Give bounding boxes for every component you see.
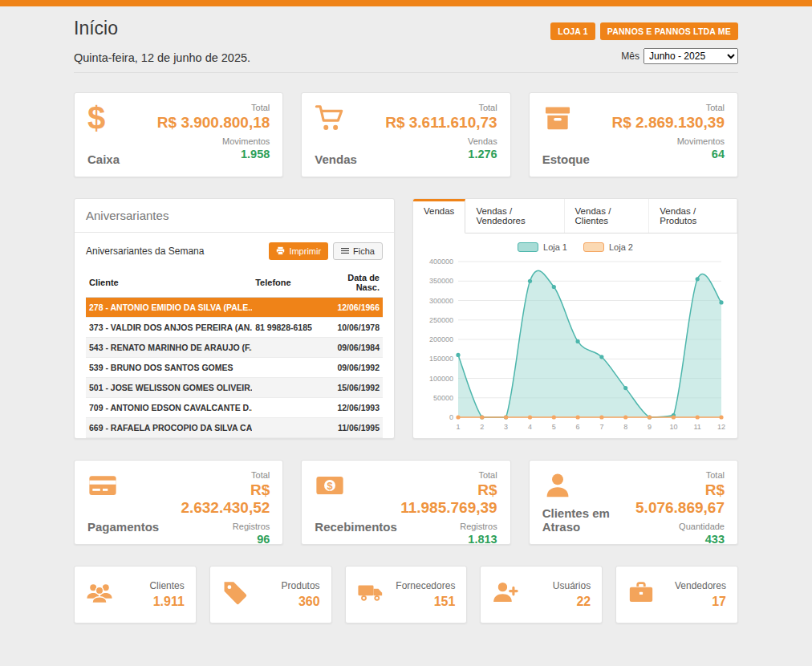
svg-text:5: 5 bbox=[552, 423, 556, 431]
svg-text:100000: 100000 bbox=[429, 375, 453, 383]
chart-legend: Loja 1 Loja 2 bbox=[413, 234, 737, 254]
total-value: R$ 5.076.869,67 bbox=[631, 481, 725, 517]
tab-vendas-clientes[interactable]: Vendas / Clientes bbox=[565, 199, 650, 233]
cell-telefone bbox=[252, 338, 329, 358]
cell-nasc: 12/06/1966 bbox=[329, 298, 383, 318]
cell-nasc: 11/06/1995 bbox=[329, 418, 383, 438]
clientes-count-card: Clientes 1.911 bbox=[74, 566, 197, 623]
cell-cliente: 278 - ANTONIO EMIDIO DA SILVA (PALE... bbox=[86, 298, 252, 318]
table-row[interactable]: 543 - RENATO MARINHO DE ARAUJO (F...09/0… bbox=[86, 338, 383, 358]
person-icon bbox=[542, 470, 574, 502]
month-select[interactable]: Junho - 2025 bbox=[644, 48, 738, 64]
cell-cliente: 539 - BRUNO DOS SANTOS GOMES bbox=[86, 358, 252, 378]
svg-text:4: 4 bbox=[528, 423, 532, 431]
company-button[interactable]: PANNOS E PANNOS LTDA ME bbox=[600, 22, 738, 40]
cell-telefone bbox=[252, 358, 329, 378]
cell-telefone: 81 99671-4146 bbox=[252, 438, 329, 440]
svg-text:7: 7 bbox=[599, 423, 603, 431]
sales-count-label: Vendas bbox=[385, 136, 497, 146]
print-button-label: Imprimir bbox=[289, 246, 321, 256]
tab-vendas-produtos[interactable]: Vendas / Produtos bbox=[649, 199, 737, 233]
birthday-table: Cliente Telefone Data de Nasc. 278 - ANT… bbox=[86, 270, 383, 439]
table-row[interactable]: 709 - ANTONIO EDSON CAVALCANTE D...12/06… bbox=[86, 398, 383, 418]
people-icon bbox=[86, 579, 118, 611]
svg-text:350000: 350000 bbox=[429, 277, 453, 285]
records-label: Registros bbox=[397, 522, 497, 531]
cell-cliente: 373 - VALDIR DOS ANJOS PEREIRA (AN... bbox=[86, 318, 252, 338]
vendas-card: Vendas Total R$ 3.611.610,73 Vendas 1.27… bbox=[301, 92, 510, 177]
svg-text:0: 0 bbox=[449, 413, 453, 421]
legend-label-loja1: Loja 1 bbox=[543, 242, 567, 252]
svg-text:10: 10 bbox=[669, 423, 677, 431]
cell-nasc: 10/06/1978 bbox=[329, 318, 383, 338]
total-value: R$ 11.985.769,39 bbox=[397, 481, 497, 517]
svg-text:9: 9 bbox=[648, 423, 652, 431]
quantity-value: 433 bbox=[631, 533, 725, 546]
sales-chart-panel: Vendas Vendas / Vendedores Vendas / Clie… bbox=[412, 198, 738, 439]
count-card-label: Usuários bbox=[553, 580, 591, 591]
sales-chart-svg: 0500001000001500002000002500003000003500… bbox=[420, 255, 731, 433]
table-row[interactable]: 669 - RAFAELA PROCOPIO DA SILVA CA...11/… bbox=[86, 418, 383, 438]
svg-text:11: 11 bbox=[694, 423, 701, 431]
top-accent-bar bbox=[0, 0, 812, 6]
count-card-value: 151 bbox=[396, 595, 455, 609]
credit-card-icon bbox=[87, 470, 120, 502]
tab-vendas[interactable]: Vendas bbox=[413, 199, 465, 234]
stat-card-label: Estoque bbox=[542, 152, 590, 166]
list-icon bbox=[341, 246, 349, 256]
svg-text:1: 1 bbox=[456, 423, 460, 431]
table-row[interactable]: 309 - ANA SEVERINA PAES DA SILVA81 99671… bbox=[86, 438, 383, 440]
cell-nasc: 10/06/2016 bbox=[329, 438, 383, 440]
cell-cliente: 669 - RAFAELA PROCOPIO DA SILVA CA... bbox=[86, 418, 252, 438]
printer-icon bbox=[276, 246, 285, 257]
svg-text:400000: 400000 bbox=[429, 258, 453, 266]
vendedores-count-card: Vendedores 17 bbox=[615, 566, 738, 623]
svg-text:3: 3 bbox=[504, 423, 508, 431]
count-card-value: 22 bbox=[553, 595, 591, 609]
ficha-button[interactable]: Ficha bbox=[333, 242, 383, 260]
total-value: R$ 3.611.610,73 bbox=[385, 114, 497, 132]
cell-telefone bbox=[252, 398, 329, 418]
sales-count-value: 1.276 bbox=[385, 148, 497, 160]
table-row[interactable]: 501 - JOSE WELISSON GOMES OLIVEIR...15/0… bbox=[86, 378, 383, 398]
truck-icon bbox=[357, 579, 389, 611]
legend-swatch-loja1 bbox=[518, 242, 538, 252]
user-plus-icon bbox=[492, 579, 524, 611]
usuarios-count-card: Usuários 22 bbox=[480, 566, 603, 623]
cell-cliente: 709 - ANTONIO EDSON CAVALCANTE D... bbox=[86, 398, 252, 418]
total-label: Total bbox=[631, 470, 725, 480]
store-button[interactable]: LOJA 1 bbox=[550, 22, 595, 40]
count-card-value: 360 bbox=[282, 595, 320, 609]
tag-icon bbox=[221, 579, 254, 611]
legend-swatch-loja2 bbox=[583, 242, 604, 252]
movements-label: Movimentos bbox=[611, 136, 725, 146]
table-row[interactable]: 539 - BRUNO DOS SANTOS GOMES09/06/1992 bbox=[86, 358, 383, 378]
table-row[interactable]: 278 - ANTONIO EMIDIO DA SILVA (PALE...12… bbox=[86, 298, 383, 318]
stat-card-label: Pagamentos bbox=[87, 520, 159, 534]
table-row[interactable]: 373 - VALDIR DOS ANJOS PEREIRA (AN...81 … bbox=[86, 318, 383, 338]
caixa-card: $ Caixa Total R$ 3.900.800,18 Movimentos… bbox=[74, 92, 283, 177]
legend-item-loja1: Loja 1 bbox=[518, 242, 567, 252]
total-value: R$ 2.632.430,52 bbox=[159, 481, 270, 517]
total-label: Total bbox=[159, 470, 270, 480]
recebimentos-card: $ Recebimentos Total R$ 11.985.769,39 Re… bbox=[301, 460, 510, 545]
svg-text:8: 8 bbox=[623, 423, 627, 431]
fornecedores-count-card: Fornecedores 151 bbox=[345, 566, 468, 623]
dollar-icon: $ bbox=[87, 103, 120, 135]
records-label: Registros bbox=[159, 522, 270, 531]
birthdays-panel: Aniversariantes Aniversariantes da Seman… bbox=[74, 198, 395, 439]
ficha-button-label: Ficha bbox=[353, 246, 375, 256]
birthdays-panel-title: Aniversariantes bbox=[75, 199, 394, 233]
total-value: R$ 2.869.130,39 bbox=[611, 114, 725, 132]
cell-nasc: 09/06/1992 bbox=[329, 358, 383, 378]
birthday-table-body: 278 - ANTONIO EMIDIO DA SILVA (PALE...12… bbox=[86, 298, 383, 440]
movements-value: 1.958 bbox=[157, 148, 270, 160]
total-value: R$ 3.900.800,18 bbox=[157, 114, 270, 132]
tab-vendas-vendedores[interactable]: Vendas / Vendedores bbox=[465, 199, 564, 233]
movements-label: Movimentos bbox=[157, 136, 270, 146]
print-button[interactable]: Imprimir bbox=[269, 242, 328, 260]
count-card-label: Produtos bbox=[282, 580, 320, 591]
svg-text:150000: 150000 bbox=[429, 355, 453, 363]
svg-text:2: 2 bbox=[480, 423, 484, 431]
page-title: Início bbox=[74, 18, 118, 39]
